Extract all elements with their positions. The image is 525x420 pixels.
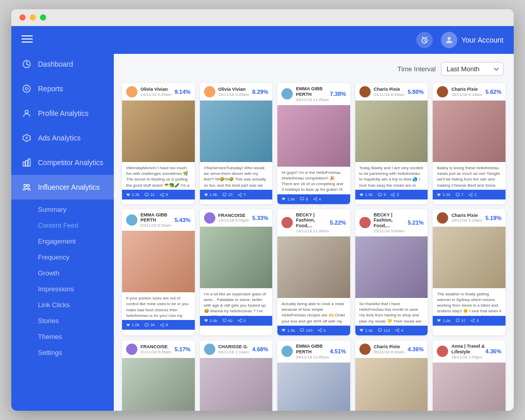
post-engagement: 4.36% bbox=[486, 348, 501, 354]
svg-point-18 bbox=[240, 195, 241, 196]
post-engagement: 7.38% bbox=[330, 91, 346, 97]
post-card[interactable]: Charis Pixie 18/11/18 9:18am 5.19% The w… bbox=[433, 209, 506, 335]
subnav-growth[interactable]: Growth bbox=[11, 265, 114, 281]
post-text: I'm a bit like an expensive glass of win… bbox=[200, 288, 273, 316]
post-footer: 2.2k 21 9 bbox=[122, 190, 195, 199]
post-card[interactable]: FRANCOISE 14/11/18 8:03pm 5.33% I'm a bi… bbox=[200, 209, 273, 335]
subnav-link-clicks[interactable]: Link Clicks bbox=[11, 297, 114, 313]
svg-point-34 bbox=[163, 326, 164, 327]
post-avatar bbox=[281, 88, 293, 99]
subnav-themes[interactable]: Themes bbox=[11, 329, 114, 345]
post-user: Anna | Travel & Lifestyle 18/11/18 1:50p… bbox=[437, 344, 485, 359]
post-header: Charis Pixie 18/11/18 9:18am 5.62% bbox=[433, 83, 506, 101]
post-likes: 1.3k bbox=[359, 328, 373, 333]
post-date: 14/11/18 11:00am bbox=[296, 229, 330, 233]
post-card[interactable]: Anna | Travel & Lifestyle 18/11/18 1:50p… bbox=[433, 341, 506, 411]
subnav-settings[interactable]: Settings bbox=[11, 345, 114, 361]
post-header: FRANCOISE 01/11/18 9:26am 5.17% bbox=[122, 341, 195, 358]
post-header: Olivia Vivian 14/11/18 9:25am 8.29% bbox=[200, 83, 273, 101]
subnav-impressions[interactable]: Impressions bbox=[11, 281, 114, 297]
post-footer: 1.3k 112 4 bbox=[355, 326, 428, 335]
post-image bbox=[122, 101, 195, 162]
post-text: The weather is finally getting warmer in… bbox=[433, 288, 506, 316]
post-image bbox=[200, 227, 273, 288]
svg-rect-27 bbox=[456, 193, 459, 195]
post-header: BECKY | Fashion, Food,... 25/11/18 9:00a… bbox=[355, 209, 428, 236]
post-image bbox=[200, 101, 273, 162]
post-date: 03/11/18 9:30am bbox=[140, 223, 174, 228]
post-card[interactable]: EMMA GIBB PERTH 04/11/18 11:05am 7.38% H… bbox=[277, 83, 350, 204]
post-text: Bailey is loving these hellofreshau meal… bbox=[433, 162, 506, 190]
post-card[interactable]: EMMA GIBB PERTH 03/11/18 9:30am 5.43% If… bbox=[122, 209, 195, 335]
alarm-button[interactable] bbox=[416, 32, 433, 48]
post-header: BECKY | Fashion, Food,... 14/11/18 11:00… bbox=[277, 209, 350, 236]
post-card[interactable]: Olivia Vivian 14/11/18 9:25am 8.29% #Tas… bbox=[200, 83, 273, 204]
svg-point-37 bbox=[238, 320, 239, 321]
svg-point-41 bbox=[318, 330, 319, 331]
svg-point-26 bbox=[394, 195, 395, 196]
subnav-content-feed[interactable]: Content Feed bbox=[11, 217, 114, 233]
sidebar-item-influencer[interactable]: Influencer Analytics bbox=[11, 175, 114, 199]
subnav-frequency[interactable]: Frequency bbox=[11, 249, 114, 265]
svg-rect-23 bbox=[378, 193, 381, 195]
post-card[interactable]: BECKY | Fashion, Food,... 14/11/18 11:00… bbox=[277, 209, 350, 335]
post-card[interactable]: Charis Pixie 03/11/18 8:49am 5.80% Today… bbox=[355, 83, 428, 204]
post-grid: Olivia Vivian 14/11/18 9:25am 9.14% #Mon… bbox=[122, 83, 506, 411]
post-image bbox=[277, 105, 350, 167]
maximize-dot[interactable] bbox=[40, 14, 46, 21]
post-card[interactable]: Charis Pixie 09/11/18 8:30am 4.36% Baile… bbox=[355, 341, 428, 411]
subnav-stories[interactable]: Stories bbox=[11, 313, 114, 329]
subnav-summary[interactable]: Summary bbox=[11, 202, 114, 217]
sidebar-label-ads: Ads Analytics bbox=[38, 134, 80, 142]
post-engagement: 5.62% bbox=[486, 89, 501, 95]
sidebar-item-ads[interactable]: Ads Analytics bbox=[11, 126, 114, 150]
sidebar-item-dashboard[interactable]: Dashboard bbox=[11, 52, 114, 76]
svg-point-22 bbox=[316, 199, 317, 201]
sidebar-item-competitor[interactable]: Competitor Analytics bbox=[11, 150, 114, 175]
close-dot[interactable] bbox=[19, 14, 26, 21]
post-user: BECKY | Fashion, Food,... 14/11/18 11:00… bbox=[281, 212, 330, 233]
post-avatar bbox=[204, 212, 215, 224]
post-card[interactable]: BECKY | Fashion, Food,... 25/11/18 9:00a… bbox=[355, 209, 428, 335]
post-card[interactable]: FRANCOISE 01/11/18 9:26am 5.17% Today is… bbox=[122, 341, 195, 411]
post-header: EMMA GIBB PERTH 04/11/18 11:05am 4.51% bbox=[277, 341, 350, 363]
time-interval-select[interactable]: Last Month Last Week Last 3 Months Last … bbox=[441, 62, 503, 76]
post-comments: 7 bbox=[456, 192, 463, 197]
post-likes: 1.0k bbox=[126, 323, 139, 327]
post-card[interactable]: CHARISSE G. 09/11/18 1:14am 4.68% Always… bbox=[200, 341, 273, 411]
sidebar-label-profile: Profile Analytics bbox=[38, 109, 89, 117]
dashboard-icon bbox=[22, 59, 32, 69]
profile-icon bbox=[22, 108, 32, 118]
account-button[interactable]: Your Account bbox=[441, 32, 503, 48]
post-username: EMMA GIBB PERTH bbox=[296, 344, 330, 355]
post-card[interactable]: Charis Pixie 18/11/18 9:18am 5.62% Baile… bbox=[433, 83, 506, 204]
post-username: Charis Pixie bbox=[451, 87, 482, 92]
post-header: FRANCOISE 14/11/18 8:03pm 5.33% bbox=[200, 209, 273, 227]
post-card[interactable]: EMMA GIBB PERTH 04/11/18 11:05am 4.51% I… bbox=[277, 341, 350, 411]
svg-point-36 bbox=[240, 318, 241, 319]
post-image bbox=[122, 231, 195, 292]
post-shares: 3 bbox=[391, 192, 398, 197]
post-engagement: 5.22% bbox=[330, 219, 346, 226]
sidebar-label-competitor: Competitor Analytics bbox=[38, 158, 104, 167]
hamburger-button[interactable] bbox=[11, 26, 114, 52]
post-image bbox=[355, 358, 428, 411]
post-card[interactable]: Olivia Vivian 14/11/18 9:25am 9.14% #Mon… bbox=[122, 83, 195, 204]
subnav-engagement[interactable]: Engagement bbox=[11, 233, 114, 249]
post-header: Charis Pixie 03/11/18 8:49am 5.80% bbox=[355, 83, 428, 101]
post-shares: 2 bbox=[469, 192, 476, 197]
post-text: So thankful that I have HelloFreshau thi… bbox=[355, 298, 428, 326]
svg-point-28 bbox=[471, 193, 472, 194]
svg-rect-5 bbox=[26, 161, 28, 166]
sidebar-item-reports[interactable]: Reports bbox=[11, 76, 114, 101]
post-comments: 9 bbox=[378, 192, 386, 197]
post-user: EMMA GIBB PERTH 04/11/18 11:05am bbox=[281, 86, 330, 102]
minimize-dot[interactable] bbox=[30, 14, 36, 21]
post-image bbox=[433, 363, 506, 411]
svg-point-10 bbox=[448, 37, 451, 40]
svg-point-46 bbox=[398, 331, 399, 332]
post-header: Charis Pixie 09/11/18 8:30am 4.36% bbox=[355, 341, 428, 358]
sidebar-item-profile[interactable]: Profile Analytics bbox=[11, 101, 114, 126]
post-shares: 9 bbox=[160, 192, 168, 197]
svg-rect-47 bbox=[456, 319, 459, 322]
